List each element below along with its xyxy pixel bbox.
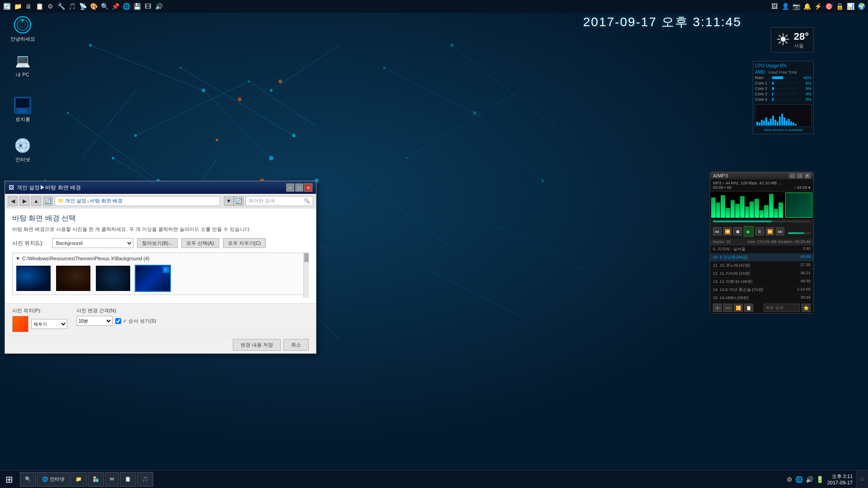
taskbar-icon-7[interactable]: 🎵	[67, 1, 77, 11]
photo-location-select[interactable]: Background	[52, 238, 133, 248]
taskbar-right-icon-6[interactable]: 🎯	[824, 1, 834, 11]
nav-search-bar[interactable]: 제어판 검색 🔍	[245, 196, 313, 206]
aimp-play-btn[interactable]: ▶	[744, 226, 754, 237]
cancel-button[interactable]: 취소	[283, 339, 309, 351]
taskbar-item-music[interactable]: 🎵	[137, 472, 153, 487]
aimp-fav-btn[interactable]: ⭐	[802, 304, 811, 312]
taskbar-item-ie[interactable]: 🌐 인터넷	[37, 472, 70, 487]
cpu-new-version[interactable]: New version is available	[755, 128, 811, 132]
taskbar-icon-4[interactable]: 📋	[34, 1, 44, 11]
aimp-shuffle-btn[interactable]: 🔀	[734, 304, 743, 312]
aimp-list-btn[interactable]: 📋	[744, 304, 753, 312]
nav-path-btn[interactable]: ▼	[224, 196, 234, 206]
aimp-rewind-btn[interactable]: ⏪	[723, 227, 732, 235]
taskbar-icon-11[interactable]: 📌	[110, 1, 120, 11]
start-button[interactable]: ⊞	[0, 470, 18, 488]
taskbar-icon-10[interactable]: 🔍	[99, 1, 109, 11]
show-desktop-btn[interactable]: □	[856, 470, 868, 488]
browse-button[interactable]: 찾아보기(B)...	[137, 238, 178, 248]
tray-icon-battery[interactable]: 🔋	[816, 476, 824, 483]
desktop-icon-2[interactable]: 로지롱	[7, 96, 38, 123]
playlist-item-14[interactable]: 14. 13.6.70년-롱순돌-[74분] 1:14:05	[710, 286, 813, 294]
playlist-item-10[interactable]: 10. 9.강난영-[46졌] 45:59	[710, 253, 813, 262]
taskbar-right-icon-9[interactable]: 🌍	[856, 1, 866, 11]
desktop-icon-1[interactable]: 💻 내 PC	[7, 52, 38, 78]
taskbar-icon-5[interactable]: ⚙	[45, 1, 55, 11]
select-all-button[interactable]: 모두 선택(A)	[181, 238, 219, 248]
taskbar-right-icon-8[interactable]: 📊	[845, 1, 855, 11]
taskbar-item-mail[interactable]: ✉	[105, 472, 119, 487]
aimp-stop-btn[interactable]: ⏹	[733, 227, 742, 235]
aimp-search-input[interactable]	[764, 304, 800, 312]
folder-header[interactable]: ▼ C:\Windows\Resources\Themes\Plexus X\B…	[15, 256, 306, 261]
aimp-forward-btn[interactable]: ⏩	[766, 227, 774, 235]
scrollbar-thumb[interactable]	[304, 253, 309, 262]
nav-up-btn[interactable]: ▲	[31, 196, 41, 206]
taskbar-icon-14[interactable]: 🎞	[143, 1, 153, 11]
playlist-item-12[interactable]: 12. 11.카바레-(33분) 36:21	[710, 270, 813, 278]
save-changes-button[interactable]: 변경 내용 저장	[233, 339, 281, 351]
taskbar-item-store[interactable]: 🏪	[88, 472, 104, 487]
aimp-slider-container[interactable]	[710, 219, 813, 224]
breadcrumb-item-1[interactable]: 개인 설정	[65, 197, 86, 204]
taskbar-right-icon-3[interactable]: 📷	[791, 1, 801, 11]
playlist-item-11[interactable]: 11. 10.갯노래-(42분) 27:35	[710, 262, 813, 270]
dialog-close-btn[interactable]: ✕	[304, 183, 312, 192]
taskbar-item-folder[interactable]: 📁	[71, 472, 87, 487]
taskbar-icon-3[interactable]: 🖥	[24, 1, 33, 11]
taskbar-icon-2[interactable]: 📁	[13, 1, 23, 11]
breadcrumb-item-2[interactable]: 바탕 화면 배경	[90, 197, 123, 204]
taskbar-right-icon-4[interactable]: 🔔	[802, 1, 812, 11]
taskbar-icon-12[interactable]: 🌐	[121, 1, 131, 11]
dialog-minimize-btn[interactable]: ─	[286, 183, 294, 192]
tray-icon-network[interactable]: 🌐	[795, 476, 803, 483]
thumbnail-4[interactable]: ✓	[135, 265, 171, 292]
taskbar-icon-1[interactable]: 🔄	[2, 1, 12, 11]
dialog-maximize-btn[interactable]: □	[295, 183, 303, 192]
clear-all-button[interactable]: 모두 지우기(C)	[223, 238, 266, 248]
aimp-volume-slider-container[interactable]	[788, 229, 811, 234]
photo-pos-select[interactable]: 채우기	[31, 319, 67, 329]
aimp-volume-slider[interactable]	[788, 232, 811, 234]
desktop-icon-0[interactable]: 안녕하세요	[7, 16, 38, 42]
taskbar-icon-15[interactable]: 🔊	[154, 1, 164, 11]
nav-refresh-btn[interactable]: 🔄	[43, 196, 53, 206]
taskbar-right-icon-7[interactable]: 🔒	[835, 1, 844, 11]
nav-path-bar[interactable]: 📁 개인 설정 › 바탕 화면 배경	[55, 196, 220, 206]
aimp-remove-btn[interactable]: ➖	[723, 304, 732, 312]
taskbar-right-icon-2[interactable]: 👤	[780, 1, 790, 11]
change-interval-select[interactable]: 10분	[76, 316, 113, 326]
playlist-item-9[interactable]: 9. 피자매 - 실버들 3:40	[710, 245, 813, 253]
desktop-icon-3[interactable]: e 인터넷	[7, 136, 38, 163]
aimp-close-btn[interactable]: ✕	[804, 173, 811, 178]
taskbar-icon-8[interactable]: 📡	[78, 1, 88, 11]
taskbar-right-icon-5[interactable]: ⚡	[813, 1, 823, 11]
aimp-next-btn[interactable]: ⏭	[776, 227, 784, 235]
tray-icon-volume[interactable]: 🔊	[806, 476, 813, 483]
shuffle-checkbox[interactable]: ✓ 순서 섞기(S)	[115, 318, 156, 324]
playlist-item-13[interactable]: 13. 12.아른대1-(48분) 48:35	[710, 278, 813, 286]
tray-icon-settings[interactable]: ⚙	[787, 476, 793, 483]
aimp-progress-slider[interactable]	[713, 221, 811, 222]
scrollbar[interactable]	[303, 253, 309, 298]
aimp-maximize-btn[interactable]: □	[797, 173, 803, 178]
aimp-prev-btn[interactable]: ⏮	[713, 227, 722, 235]
thumbnail-1[interactable]	[15, 265, 52, 292]
taskbar-icon-9[interactable]: 🎨	[89, 1, 99, 11]
nav-forward-btn[interactable]: ▶	[19, 196, 29, 206]
nav-back-btn[interactable]: ◀	[8, 196, 18, 206]
shuffle-checkbox-input[interactable]	[115, 318, 121, 324]
aimp-minimize-btn[interactable]: ─	[789, 173, 795, 178]
nav-refresh-path-btn[interactable]: 🔄	[234, 196, 244, 206]
taskbar-item-search[interactable]: 🔍	[20, 472, 36, 487]
thumbnail-3[interactable]	[95, 265, 131, 292]
aimp-add-btn[interactable]: ➕	[713, 304, 722, 312]
taskbar-right-icon-1[interactable]: 🖼	[769, 1, 779, 11]
taskbar-time[interactable]: 오후 3:11 2017-09-17	[827, 473, 856, 485]
aimp-pause-btn[interactable]: ⏸	[755, 227, 764, 235]
thumbnail-2[interactable]	[55, 265, 91, 292]
playlist-item-15[interactable]: 15. 14.ABBA-[38분] 30:49	[710, 294, 813, 302]
taskbar-item-files[interactable]: 📋	[120, 472, 136, 487]
taskbar-icon-6[interactable]: 🔧	[56, 1, 66, 11]
taskbar-icon-13[interactable]: 💾	[132, 1, 142, 11]
